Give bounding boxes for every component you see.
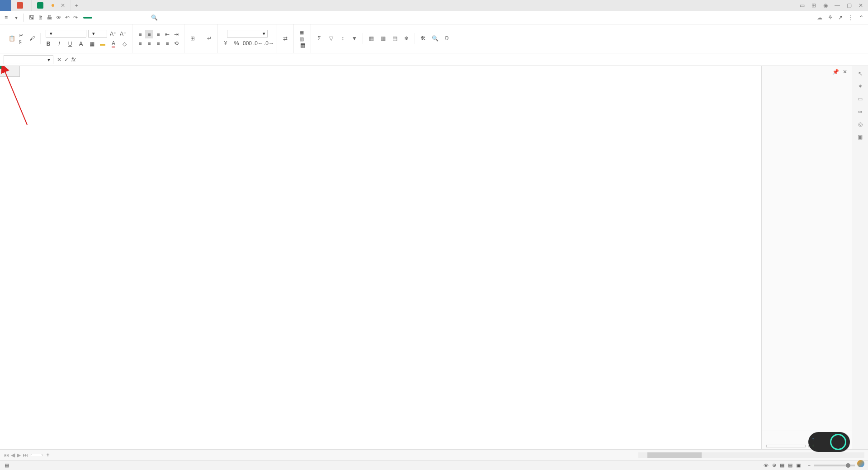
view-page-icon[interactable]: ▤: [788, 462, 793, 468]
filter-icon[interactable]: ▽: [326, 34, 335, 43]
font-color-icon[interactable]: A: [109, 40, 118, 48]
show-all-button[interactable]: [766, 445, 806, 447]
align-center-icon[interactable]: ≡: [145, 39, 153, 47]
merge-icon[interactable]: ⊞: [188, 34, 197, 43]
minimize-icon[interactable]: —: [834, 2, 841, 9]
cut-button[interactable]: ✂: [19, 33, 25, 38]
print-icon[interactable]: 🖶: [47, 14, 52, 21]
layout-icon[interactable]: ▭: [798, 2, 806, 9]
select-tool-icon[interactable]: ↖: [858, 70, 863, 77]
rowcol-icon[interactable]: ▥: [378, 34, 387, 43]
more-icon[interactable]: ⋮: [848, 14, 854, 21]
align-left-icon[interactable]: ≡: [136, 39, 144, 47]
sheet-next-icon[interactable]: ▶: [17, 452, 21, 458]
clip-tool-icon[interactable]: ▭: [858, 96, 863, 102]
orientation-icon[interactable]: ⟲: [172, 39, 180, 47]
cond-fmt-button[interactable]: ▦: [299, 29, 306, 35]
sum-icon[interactable]: Σ: [315, 34, 324, 43]
font-size-select[interactable]: ▾: [88, 30, 107, 38]
menu-icon[interactable]: ≡: [5, 14, 8, 21]
freeze-icon[interactable]: ❄: [402, 34, 411, 43]
share-button[interactable]: ↗: [838, 14, 843, 21]
dec-dec-icon[interactable]: .0→: [265, 39, 273, 47]
strike-icon[interactable]: A̶: [77, 40, 85, 48]
tools-icon[interactable]: 🛠: [419, 34, 428, 43]
increase-font-icon[interactable]: A⁺: [109, 30, 117, 38]
window-close-icon[interactable]: ✕: [857, 2, 864, 9]
currency-icon[interactable]: ¥: [222, 39, 230, 47]
pin-icon[interactable]: 📌: [832, 69, 839, 75]
align-top-icon[interactable]: ≡: [136, 30, 144, 38]
fill-color-icon[interactable]: ▬: [99, 40, 107, 48]
preview-icon[interactable]: 👁: [56, 14, 61, 21]
chevron-down-icon[interactable]: ▾: [47, 56, 50, 63]
zoom-out-icon[interactable]: −: [808, 463, 811, 468]
align-just-icon[interactable]: ≡: [163, 39, 171, 47]
underline-icon[interactable]: U: [66, 40, 74, 48]
name-box[interactable]: ▾: [4, 55, 53, 64]
sort-icon[interactable]: ↕: [338, 34, 347, 43]
fill-handle[interactable]: [0, 66, 3, 69]
cloud-status[interactable]: ☁: [817, 14, 822, 21]
select-all-corner[interactable]: [0, 66, 20, 77]
tab-add-button[interactable]: ＋: [71, 0, 82, 11]
paste-icon[interactable]: 📋: [7, 34, 16, 43]
italic-icon[interactable]: I: [55, 40, 63, 48]
indent-dec-icon[interactable]: ⇤: [163, 30, 171, 38]
cell-style-button[interactable]: ▧: [299, 36, 306, 42]
collapse-ribbon-icon[interactable]: ⌃: [859, 14, 863, 21]
view-normal-icon[interactable]: ▦: [780, 462, 784, 468]
undo-icon[interactable]: ↶: [65, 14, 70, 21]
view-break-icon[interactable]: ▣: [796, 462, 801, 468]
spreadsheet-grid[interactable]: [0, 66, 761, 449]
chevron-down-icon[interactable]: ▾: [15, 14, 18, 21]
close-pane-icon[interactable]: ✕: [843, 69, 847, 75]
cancel-icon[interactable]: ✕: [57, 56, 61, 63]
fx-icon[interactable]: fx: [71, 56, 75, 63]
tab-templates[interactable]: [11, 0, 32, 11]
find-icon[interactable]: 🔍: [430, 34, 439, 43]
maximize-icon[interactable]: ▢: [845, 2, 853, 9]
book-tool-icon[interactable]: ▣: [858, 134, 863, 140]
tab-home[interactable]: [0, 0, 11, 11]
formula-input[interactable]: [79, 59, 864, 61]
highlight-icon[interactable]: ◇: [120, 40, 128, 48]
sheet-tab[interactable]: [31, 454, 42, 456]
link-tool-icon[interactable]: ∞: [858, 108, 862, 115]
grid-apps-icon[interactable]: ⊞: [810, 2, 817, 9]
coop-button[interactable]: ⚘: [828, 14, 833, 21]
indent-inc-icon[interactable]: ⇥: [172, 30, 180, 38]
align-right-icon[interactable]: ≡: [154, 39, 162, 47]
fill-icon[interactable]: ▼: [350, 34, 359, 43]
inc-dec-icon[interactable]: .0←: [254, 39, 262, 47]
zoom-slider[interactable]: [814, 465, 855, 466]
symbol-icon[interactable]: Ω: [442, 34, 451, 43]
typeconv-icon[interactable]: ⇄: [281, 34, 290, 43]
horizontal-scrollbar[interactable]: [638, 452, 864, 458]
location-tool-icon[interactable]: ◎: [858, 121, 863, 127]
bold-icon[interactable]: B: [44, 40, 52, 48]
user-icon[interactable]: ◉: [822, 2, 829, 9]
wrap-icon[interactable]: ↵: [205, 34, 214, 43]
accept-icon[interactable]: ✓: [64, 56, 69, 63]
percent-icon[interactable]: %: [232, 39, 241, 47]
menu-tab-start[interactable]: [83, 17, 92, 19]
font-name-select[interactable]: ▾: [46, 30, 86, 38]
network-widget[interactable]: ↑ ↓: [808, 432, 850, 452]
style-tool-icon[interactable]: ✶: [858, 83, 863, 89]
target-icon[interactable]: ⊕: [772, 462, 776, 468]
save-as-icon[interactable]: 🗎: [38, 14, 43, 21]
align-bot-icon[interactable]: ≡: [154, 30, 162, 38]
close-icon[interactable]: ✕: [61, 2, 65, 9]
redo-icon[interactable]: ↷: [73, 14, 78, 21]
sheet-prev-icon[interactable]: ◀: [11, 452, 15, 458]
sheet-first-icon[interactable]: ⏮: [4, 452, 9, 458]
sheet-icon[interactable]: ▤: [390, 34, 399, 43]
search-commands[interactable]: 🔍: [151, 14, 158, 21]
border-icon[interactable]: ▦: [88, 40, 96, 48]
cells-icon[interactable]: ▦: [367, 34, 376, 43]
align-mid-icon[interactable]: ≡: [145, 30, 153, 38]
comma-icon[interactable]: 000: [243, 39, 251, 47]
decrease-font-icon[interactable]: A⁻: [119, 30, 127, 38]
sheet-last-icon[interactable]: ⏭: [23, 452, 28, 458]
